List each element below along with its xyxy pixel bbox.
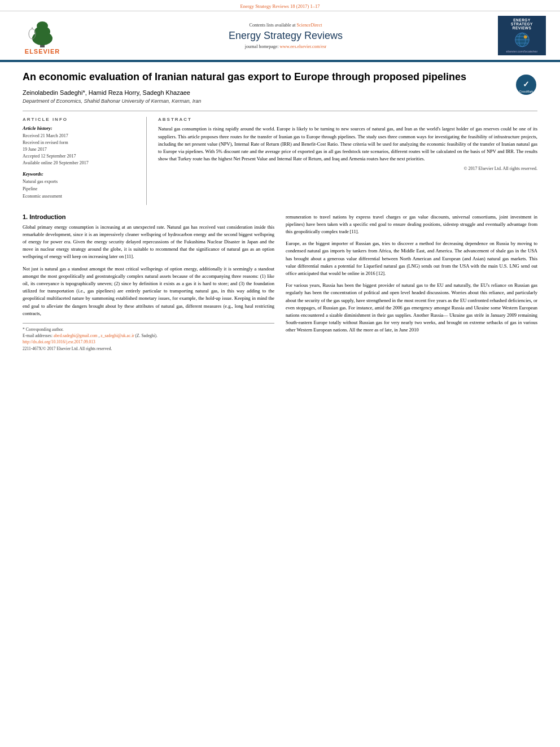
keywords-label: Keywords: [23, 171, 135, 177]
main-content: 1. Introduction Global primary energy co… [23, 213, 537, 352]
footnote-area: * Corresponding author. E-mail addresses… [23, 323, 274, 352]
article-received: Received 21 March 2017 [23, 133, 135, 139]
intro-heading: 1. Introduction [23, 213, 274, 220]
sciencedirect-link[interactable]: ScienceDirect [297, 23, 322, 28]
svg-point-11 [523, 36, 527, 39]
email-link-1[interactable]: abed.sadeghi@gmail.com [54, 333, 98, 338]
esr-globe-icon [511, 32, 533, 48]
elsevier-logo-section: ELSEVIER [11, 17, 73, 55]
email-label: E-mail addresses: [23, 333, 53, 338]
article-info-col: ARTICLE INFO Article history: Received 2… [23, 117, 147, 204]
article-title-section: An economic evaluation of Iranian natura… [23, 71, 537, 104]
keywords-group: Keywords: Natural gas exports Pipeline E… [23, 171, 135, 200]
svg-text:✓: ✓ [523, 80, 530, 89]
journal-top-bar: Energy Strategy Reviews 18 (2017) 1–17 [0, 0, 560, 11]
journal-title: Energy Strategy Reviews [73, 30, 498, 42]
main-col-left: 1. Introduction Global primary energy co… [23, 213, 274, 352]
journal-citation: Energy Strategy Reviews 18 (2017) 1–17 [240, 3, 320, 9]
crossmark-icon: ✓ CrossMark [515, 73, 537, 96]
contents-available: Contents lists available at ScienceDirec… [73, 23, 498, 28]
article-history-group: Article history: Received 21 March 2017 … [23, 125, 135, 167]
article-affiliation: Department of Economics, Shahid Bahonar … [23, 98, 506, 104]
homepage-link[interactable]: www.ees.elsevier.com/esr [279, 44, 326, 49]
keywords-list: Natural gas exports Pipeline Economic as… [23, 178, 135, 200]
article-accepted: Accepted 12 September 2017 [23, 153, 135, 160]
svg-point-4 [29, 29, 36, 39]
article-title-text: An economic evaluation of Iranian natura… [23, 71, 506, 104]
intro-para-1: Global primary energy consumption is inc… [23, 224, 274, 261]
elsevier-logo-box: ELSEVIER [11, 17, 73, 55]
abstract-copyright: © 2017 Elsevier Ltd. All rights reserved… [158, 166, 537, 171]
issn-line: 2211-467X/© 2017 Elsevier Ltd. All right… [23, 346, 274, 352]
elsevier-wordmark: ELSEVIER [25, 48, 60, 55]
intro-para-5: For various years, Russia has been the b… [286, 282, 537, 334]
esr-title: ENERGYSTRATEGYREVIEWS [511, 18, 533, 30]
info-section: ARTICLE INFO Article history: Received 2… [23, 111, 537, 204]
intro-para-4: Europe, as the biggest importer of Russi… [286, 240, 537, 277]
article-info-label: ARTICLE INFO [23, 117, 135, 122]
article-revised-label: Received in revised form [23, 139, 135, 146]
corresponding-author-note: * Corresponding author. [23, 326, 274, 333]
crossmark-badge[interactable]: ✓ CrossMark [515, 73, 537, 96]
article-available: Available online 20 September 2017 [23, 160, 135, 167]
intro-para-2: Not just is natural gas a standout among… [23, 265, 274, 317]
abstract-label: ABSTRACT [158, 117, 537, 122]
article-body: An economic evaluation of Iranian natura… [0, 62, 560, 363]
main-col-right: remuneration to travel nations by expres… [286, 213, 537, 352]
elsevier-tree-icon [20, 17, 65, 48]
svg-point-3 [37, 21, 48, 30]
article-history-title: Article history: [23, 125, 135, 131]
esr-logo-section: ENERGYSTRATEGYREVIEWS elsevier.com/locat… [498, 16, 549, 55]
keyword-1: Natural gas exports [23, 178, 135, 186]
article-revised-date: 19 June 2017 [23, 146, 135, 153]
email-addresses: E-mail addresses: abed.sadeghi@gmail.com… [23, 333, 274, 339]
doi-line: http://dx.doi.org/10.1016/j.esr.2017.09.… [23, 339, 274, 345]
journal-header: ELSEVIER Contents lists available at Sci… [0, 11, 560, 61]
email-suffix: (Z. Sadeghi). [135, 333, 158, 338]
keyword-3: Economic assessment [23, 193, 135, 200]
abstract-col: ABSTRACT Natural gas consumption is risi… [147, 117, 537, 204]
esr-box: ENERGYSTRATEGYREVIEWS elsevier.com/locat… [498, 16, 546, 55]
article-authors: Zeinolabedin Sadeghi*, Hamid Reza Horry,… [23, 89, 506, 96]
esr-subtitle: elsevier.com/locate/esr [506, 50, 538, 53]
svg-text:CrossMark: CrossMark [519, 90, 533, 93]
email-link-2[interactable]: z_sadeghi@uk.ac.ir [100, 333, 134, 338]
intro-para-3: remuneration to travel nations by expres… [286, 213, 537, 236]
keyword-2: Pipeline [23, 186, 135, 193]
article-main-title: An economic evaluation of Iranian natura… [23, 71, 506, 84]
abstract-text: Natural gas consumption is rising rapidl… [158, 125, 537, 163]
journal-center-info: Contents lists available at ScienceDirec… [73, 23, 498, 49]
doi-link[interactable]: http://dx.doi.org/10.1016/j.esr.2017.09.… [23, 339, 95, 344]
journal-homepage: journal homepage: www.ees.elsevier.com/e… [73, 44, 498, 49]
